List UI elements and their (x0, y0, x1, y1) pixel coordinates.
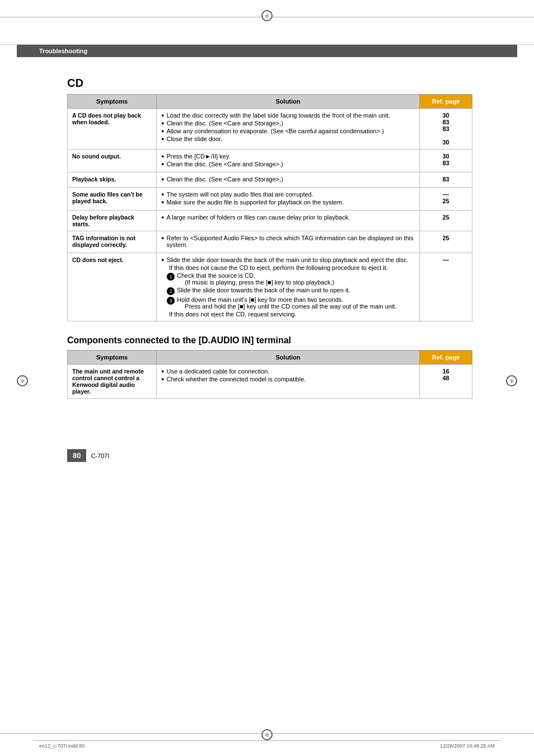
bullet-item: Check whether the connected model is com… (161, 376, 415, 382)
refpage-7: — (420, 253, 472, 321)
comp-solution-1: Use a dedicated cable for connection. Ch… (157, 365, 420, 399)
header-bar: Troubleshooting (17, 45, 517, 57)
bullet-item: Use a dedicated cable for connection. (161, 368, 415, 375)
header-title: Troubleshooting (39, 48, 87, 54)
refpage-3: 83 (420, 172, 472, 188)
symptom-3: Playback skips. (68, 172, 157, 188)
left-crosshair-icon: ✛ (17, 375, 28, 386)
bottom-crosshair-icon: ✛ (261, 729, 273, 740)
bullet-item: Clean the disc. (See <Care and Storage>.… (161, 120, 415, 127)
solution-4: The system will not play audio files tha… (157, 188, 420, 211)
eject-step-1: 1 Check that the source is CD.(If music … (167, 272, 415, 286)
table-row: TAG information is not displayed correct… (68, 231, 472, 253)
symptom-5: Delay before playback starts. (68, 211, 157, 231)
solution-2: Press the [CD►/II] key. Clean the disc. … (157, 150, 420, 172)
table-row: No sound output. Press the [CD►/II] key.… (68, 150, 472, 172)
solution-7: Slide the slide door towards the back of… (157, 253, 420, 321)
symptom-6: TAG information is not displayed correct… (68, 231, 157, 253)
cd-section-title: CD (67, 77, 472, 90)
step-text-3: Hold down the main unit's [■] key for mo… (177, 296, 396, 310)
bullet-item: The system will not play audio files tha… (161, 191, 415, 198)
comp-header-symptoms: Symptoms (68, 351, 157, 365)
cd-table: Symptoms Solution Ref. page A CD does no… (67, 94, 472, 321)
refpage-1: 30838330 (420, 109, 472, 150)
symptom-7: CD does not eject. (68, 253, 157, 321)
top-border: ✛ (0, 0, 534, 45)
comp-header-solution: Solution (157, 351, 420, 365)
bullet-item: Refer to <Supported Audio Files> to chec… (161, 235, 415, 248)
table-row: The main unit and remote control cannot … (68, 365, 472, 399)
table-row: CD does not eject. Slide the slide door … (68, 253, 472, 321)
refpage-5: 25 (420, 211, 472, 231)
table-row: Playback skips. Clean the disc. (See <Ca… (68, 172, 472, 188)
components-section-title: Components connected to the [D.AUDIO IN]… (67, 335, 472, 346)
table-row: A CD does not play back when loaded. Loa… (68, 109, 472, 150)
footer-left: en12_c-707i.indd 80 (39, 743, 85, 749)
page-wrapper: ✛ Troubleshooting ✛ ✛ CD Symptoms Soluti… (0, 0, 534, 756)
right-crosshair-icon: ✛ (506, 375, 517, 386)
bullet-item: Make sure the audio file is supported fo… (161, 199, 415, 206)
bullet-item: Slide the slide door towards the back of… (161, 256, 415, 263)
bullet-item: Press the [CD►/II] key. (161, 153, 415, 160)
eject-step-2: 2 Slide the slide door towards the back … (167, 287, 415, 295)
symptom-2: No sound output. (68, 150, 157, 172)
comp-symptom-1: The main unit and remote control cannot … (68, 365, 157, 399)
eject-final: If this does not eject the CD, request s… (169, 311, 415, 318)
top-crosshair-icon: ✛ (261, 10, 273, 21)
bullet-item: Clean the disc. (See <Care and Storage>.… (161, 176, 415, 183)
refpage-6: 25 (420, 231, 472, 253)
cd-header-symptoms: Symptoms (68, 95, 157, 109)
eject-step-3: 3 Hold down the main unit's [■] key for … (167, 296, 415, 310)
cd-header-solution: Solution (157, 95, 420, 109)
refpage-4: —25 (420, 188, 472, 211)
model-text: C-707I (91, 452, 109, 459)
bullet-item: Close the slide door. (161, 136, 415, 142)
cd-header-refpage: Ref. page (420, 95, 472, 109)
step-number-1: 1 (167, 273, 175, 281)
solution-5: A large number of folders or files can c… (157, 211, 420, 231)
bullet-item: Clean the disc. (See <Care and Storage>.… (161, 161, 415, 167)
step-text-2: Slide the slide door towards the back of… (177, 287, 350, 293)
page-number: 80 (67, 449, 86, 462)
table-row: Delay before playback starts. A large nu… (68, 211, 472, 231)
step-number-2: 2 (167, 287, 175, 295)
bullet-item: Allow any condensation to evaporate. (Se… (161, 128, 415, 134)
bullet-item: Load the disc correctly with the label s… (161, 112, 415, 119)
bottom-area: 80 C-707I (0, 444, 534, 468)
symptom-4: Some audio files can't be played back. (68, 188, 157, 211)
step-text-1: Check that the source is CD.(If music is… (177, 272, 334, 286)
footer-right: 12/26/2007 10:48:25 AM (440, 743, 495, 749)
refpage-2: 3083 (420, 150, 472, 172)
bullet-item: A large number of folders or files can c… (161, 214, 415, 221)
table-row: Some audio files can't be played back. T… (68, 188, 472, 211)
footer-line: en12_c-707i.indd 80 12/26/2007 10:48:25 … (34, 740, 500, 752)
comp-header-refpage: Ref. page (420, 351, 472, 365)
solution-3: Clean the disc. (See <Care and Storage>.… (157, 172, 420, 188)
eject-if-not: If this does not cause the CD to eject, … (169, 264, 415, 271)
step-number-3: 3 (167, 297, 175, 305)
step-sub-3: Press and hold the [■] key until the CD … (185, 303, 396, 310)
comp-refpage-1: 1648 (420, 365, 472, 399)
main-content: CD Symptoms Solution Ref. page A CD does… (0, 57, 534, 421)
solution-6: Refer to <Supported Audio Files> to chec… (157, 231, 420, 253)
components-table: Symptoms Solution Ref. page The main uni… (67, 350, 472, 399)
solution-1: Load the disc correctly with the label s… (157, 109, 420, 150)
step-sub-1: (If music is playing, press the [■] key … (185, 279, 334, 286)
symptom-1: A CD does not play back when loaded. (68, 109, 157, 150)
